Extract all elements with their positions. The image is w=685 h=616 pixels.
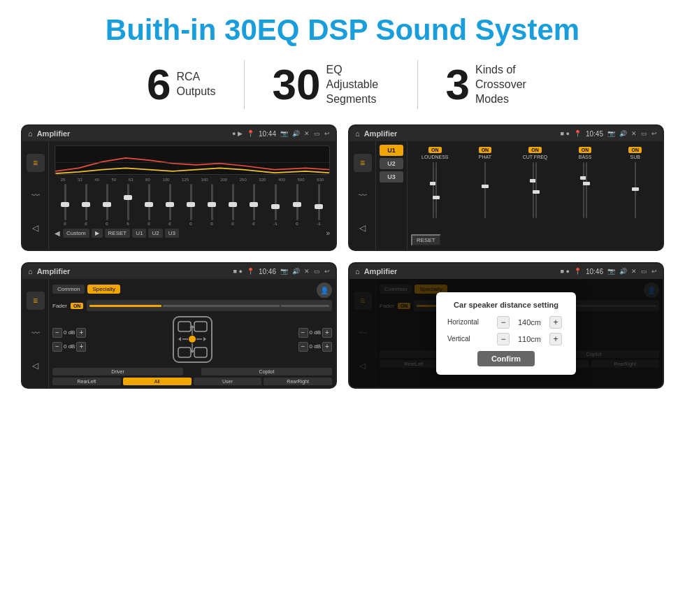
screen-amp2: ⌂ Amplifier ■ ● 📍 10:45 📷 🔊 ✕ ▭ ↩ ≡ 〰 ◁	[348, 124, 664, 251]
freq-320: 320	[259, 178, 266, 182]
eq-slider-6[interactable]: 0	[168, 184, 171, 226]
amp2-sidebar-eq-icon[interactable]: ≡	[354, 154, 372, 172]
rearleft-button[interactable]: RearLeft	[52, 378, 121, 385]
eq-slider-13[interactable]: -1	[317, 184, 320, 226]
amp2-reset-button[interactable]: RESET	[411, 234, 441, 246]
driver-button[interactable]: Driver	[52, 368, 183, 375]
db-rr-plus[interactable]: +	[322, 342, 332, 352]
close-icon-2[interactable]: ✕	[631, 130, 637, 137]
close-icon[interactable]: ✕	[304, 130, 310, 137]
amp2-sub-col: ON SUB	[611, 147, 659, 231]
stat-crossover-label: Kinds ofCrossover Modes	[475, 63, 538, 106]
home-icon-4[interactable]: ⌂	[355, 267, 360, 275]
speaker-distance-dialog: Car speaker distance setting Horizontal …	[436, 292, 576, 375]
amp2-sidebar-speaker-icon[interactable]: ◁	[354, 219, 372, 237]
confirm-button[interactable]: Confirm	[477, 351, 535, 366]
eq-preset-u2[interactable]: U2	[148, 229, 162, 238]
user-button[interactable]: User	[194, 378, 262, 385]
db-rr-minus[interactable]: −	[298, 342, 308, 352]
eq-sidebar-speaker-icon[interactable]: ◁	[27, 219, 45, 237]
copilot-button[interactable]: Copilot	[201, 368, 332, 375]
bass-on-badge[interactable]: ON	[579, 147, 592, 153]
sub-on-badge[interactable]: ON	[628, 147, 642, 153]
amp2-u2-preset[interactable]: U2	[380, 158, 403, 169]
horizontal-minus-button[interactable]: −	[497, 316, 510, 329]
db-fr-minus[interactable]: −	[298, 328, 308, 338]
minimize-icon-4[interactable]: ▭	[641, 268, 647, 275]
cutfreq-on-badge[interactable]: ON	[528, 147, 542, 153]
eq-slider-1[interactable]: 0	[64, 184, 66, 226]
fader-sidebar-wave-icon[interactable]: 〰	[27, 324, 45, 343]
dot-icon-3: ■ ●	[233, 268, 243, 275]
eq-sidebar-eq-icon[interactable]: ≡	[27, 154, 45, 172]
eq-expand-button[interactable]: »	[326, 229, 330, 237]
avatar-icon[interactable]: 👤	[317, 282, 332, 298]
back-icon-4[interactable]: ↩	[651, 268, 657, 275]
eq-sidebar-wave-icon[interactable]: 〰	[27, 187, 45, 205]
vertical-plus-button[interactable]: +	[549, 333, 562, 345]
eq-preset-reset[interactable]: RESET	[105, 229, 131, 238]
eq-slider-3[interactable]: 0	[106, 184, 108, 226]
fader-on-badge[interactable]: ON	[71, 303, 84, 309]
svg-rect-4	[194, 322, 207, 331]
home-icon-3[interactable]: ⌂	[28, 267, 33, 275]
home-icon[interactable]: ⌂	[28, 129, 33, 138]
eq-preset-custom[interactable]: Custom	[63, 229, 89, 238]
home-icon-2[interactable]: ⌂	[355, 129, 360, 138]
eq-slider-4[interactable]: 5	[127, 184, 129, 226]
eq-preset-u1[interactable]: U1	[132, 229, 146, 238]
eq-prev-button[interactable]: ◀	[55, 229, 60, 237]
stat-eq-number: 30	[273, 63, 321, 106]
eq-preset-u3[interactable]: U3	[165, 229, 179, 238]
sub-label: SUB	[630, 155, 640, 159]
fader-sidebar-eq-icon[interactable]: ≡	[27, 292, 45, 310]
screen-amp2-time: 10:45	[586, 130, 603, 138]
minimize-icon[interactable]: ▭	[314, 130, 320, 137]
eq-slider-7[interactable]: 0	[189, 184, 192, 226]
amp2-sidebar-wave-icon[interactable]: 〰	[354, 187, 372, 205]
eq-slider-11[interactable]: -1	[273, 184, 277, 226]
back-icon-3[interactable]: ↩	[324, 268, 330, 275]
amp2-u1-preset[interactable]: U1	[380, 145, 403, 156]
vertical-minus-button[interactable]: −	[497, 333, 510, 345]
close-icon-3[interactable]: ✕	[304, 268, 310, 275]
screens-grid: ⌂ Amplifier ● ▶ 📍 10:44 📷 🔊 ✕ ▭ ↩ ≡ 〰 ◁	[21, 124, 664, 389]
phat-on-badge[interactable]: ON	[479, 147, 492, 153]
db-fl-minus[interactable]: −	[52, 328, 62, 338]
horizontal-plus-button[interactable]: +	[549, 316, 562, 329]
eq-slider-8[interactable]: 0	[210, 184, 212, 226]
location-icon: 📍	[247, 130, 254, 137]
screen-eq-topbar: ⌂ Amplifier ● ▶ 📍 10:44 📷 🔊 ✕ ▭ ↩	[22, 126, 336, 141]
eq-slider-12[interactable]: 0	[296, 184, 298, 226]
amp2-controls-area: ON LOUDNESS	[408, 141, 663, 250]
db-rl-minus[interactable]: −	[52, 342, 62, 352]
back-icon-2[interactable]: ↩	[651, 130, 657, 137]
db-fr-value: 0 dB	[310, 329, 321, 336]
eq-slider-9[interactable]: 0	[231, 184, 233, 226]
freq-630: 630	[317, 178, 324, 182]
amp2-u3-preset[interactable]: U3	[380, 171, 403, 182]
db-fr-plus[interactable]: +	[322, 328, 332, 338]
volume-icon-4: 🔊	[619, 268, 627, 275]
eq-preset-play[interactable]: ▶	[92, 229, 103, 238]
eq-slider-2[interactable]: 0	[85, 184, 87, 226]
camera-icon: 📷	[280, 130, 288, 137]
eq-slider-10[interactable]: 0	[252, 184, 254, 226]
back-icon[interactable]: ↩	[324, 130, 330, 137]
loudness-on-badge[interactable]: ON	[428, 147, 442, 153]
db-rl-plus[interactable]: +	[76, 342, 86, 352]
screen-fader-topbar: ⌂ Amplifier ■ ● 📍 10:46 📷 🔊 ✕ ▭ ↩	[22, 264, 336, 279]
rearright-button[interactable]: RearRight	[264, 378, 332, 385]
stat-eq-label: EQ AdjustableSegments	[326, 63, 389, 106]
phat-label: PHAT	[479, 155, 491, 159]
eq-slider-5[interactable]: 0	[147, 184, 150, 226]
fader-control-row: Fader ON	[52, 300, 332, 311]
close-icon-4[interactable]: ✕	[631, 268, 637, 275]
tab-specialty[interactable]: Specialty	[87, 285, 120, 294]
fader-sidebar-speaker-icon[interactable]: ◁	[27, 357, 45, 375]
tab-common[interactable]: Common	[52, 285, 85, 294]
minimize-icon-2[interactable]: ▭	[641, 130, 647, 137]
all-button[interactable]: All	[123, 378, 192, 385]
db-fl-plus[interactable]: +	[76, 328, 86, 338]
minimize-icon-3[interactable]: ▭	[314, 268, 320, 275]
